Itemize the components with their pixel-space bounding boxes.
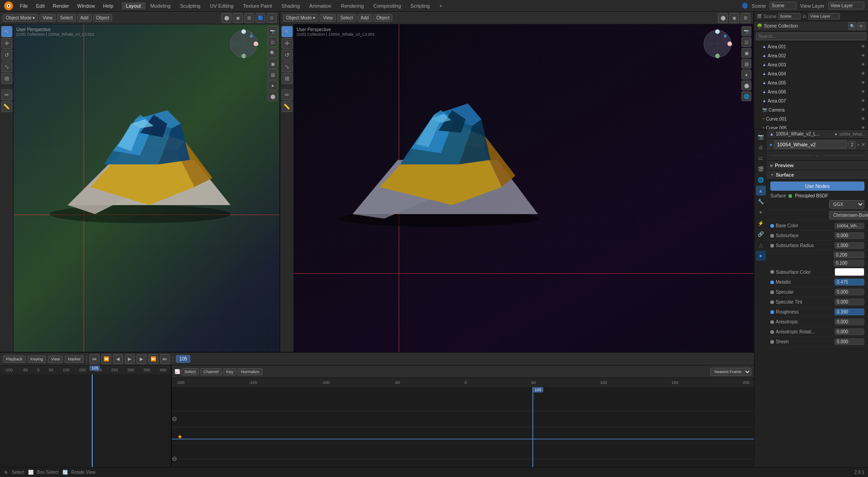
sheen-value[interactable]: 0.000 [835, 338, 864, 345]
tab-layout[interactable]: Layout [122, 2, 146, 9]
nav-widget-right[interactable]: Y X [702, 28, 733, 61]
props-output-btn[interactable]: 🖨 [756, 142, 766, 152]
solid-btn-r[interactable]: ● [741, 70, 751, 80]
tool-rotate[interactable]: ↺ [1, 50, 12, 61]
view-btn-right[interactable]: View [320, 14, 336, 22]
viewport-shading-right[interactable]: ⬤ [718, 13, 728, 23]
props-scene-btn[interactable]: 🎬 [756, 164, 766, 174]
subsurface-value[interactable]: 0.000 [835, 232, 864, 239]
normalize-btn[interactable]: Normalize [238, 368, 263, 375]
scene-input[interactable] [769, 2, 797, 9]
anisotropic-rot-dot[interactable] [770, 330, 774, 334]
tab-rendering[interactable]: Rendering [336, 2, 368, 9]
surface-section-header[interactable]: ▼ Surface [767, 170, 868, 180]
outliner-item-area006[interactable]: ▲ Area.006 👁 [754, 87, 868, 96]
tool-annotate[interactable]: ✏ [1, 89, 12, 100]
props-physics-btn[interactable]: ⚡ [756, 218, 766, 228]
zoom-extent-btn-r[interactable]: ⊡ [741, 37, 751, 47]
solid-btn[interactable]: ● [268, 80, 278, 90]
menu-edit[interactable]: Edit [33, 2, 48, 9]
play-prev-frame[interactable]: ◀ [113, 354, 123, 364]
current-frame-input[interactable]: 105 [176, 355, 190, 363]
outliner-item-camera[interactable]: 📷 Camera 👁 [754, 105, 868, 114]
select-btn-left[interactable]: Select [57, 14, 76, 22]
tab-animation[interactable]: Animation [305, 2, 336, 9]
overlay-right[interactable]: ◉ [729, 13, 739, 23]
use-nodes-btn[interactable]: Use Nodes [770, 182, 864, 191]
marker-dropdown[interactable]: Marker [65, 355, 84, 363]
tool-annotate-r[interactable]: ✏ [282, 89, 292, 100]
tab-uv-editing[interactable]: UV Editing [205, 2, 238, 9]
tab-scripting[interactable]: Scripting [406, 2, 434, 9]
viewport-shading-solid[interactable]: ⬤ [222, 13, 231, 23]
anisotropic-value[interactable]: 0.000 [835, 318, 864, 325]
area007-eye[interactable]: 👁 [861, 98, 865, 103]
view-dropdown[interactable]: View [48, 355, 63, 363]
subsurface-radius-r3-value[interactable]: 0.100 [834, 260, 864, 267]
outliner-item-area004[interactable]: ▲ Area.004 👁 [754, 69, 868, 78]
scene-name-field[interactable] [778, 13, 801, 19]
nav-widget-left[interactable]: Y X Z [228, 28, 259, 61]
roughness-dot[interactable] [770, 310, 774, 314]
anisotropic-dot[interactable] [770, 320, 774, 324]
area004-eye[interactable]: 👁 [861, 71, 865, 76]
material-new-btn[interactable]: + [857, 142, 860, 147]
keying-dropdown[interactable]: Keying [28, 355, 47, 363]
tab-modeling[interactable]: Modeling [146, 2, 175, 9]
preview-section-header[interactable]: ▶ Preview [767, 161, 868, 170]
play-pause-btn[interactable]: ▶ [125, 354, 135, 364]
area002-eye[interactable]: 👁 [861, 53, 865, 58]
tool-transform[interactable]: ⊞ [1, 73, 12, 84]
zoom-extent-btn[interactable]: ⊡ [268, 37, 278, 47]
subsurface-dot[interactable] [770, 234, 774, 238]
key-btn[interactable]: Key [223, 368, 237, 375]
collapse-btn-top[interactable]: ⊖ [172, 415, 177, 422]
viewport-snap-btn[interactable]: 🔵 [255, 13, 265, 23]
wireframe-btn[interactable]: ▧ [268, 70, 278, 80]
outliner-item-curve001[interactable]: ~ Curve.001 👁 [754, 114, 868, 123]
play-end[interactable]: ⏭ [160, 354, 170, 364]
viewport-gizmo-btn[interactable]: ⊞ [244, 13, 254, 23]
outliner-item-area003[interactable]: ▲ Area.003 👁 [754, 60, 868, 69]
material-delete-btn[interactable]: ✕ [861, 142, 865, 148]
menu-window[interactable]: Window [74, 2, 99, 9]
subsurface-color-swatch[interactable] [835, 268, 864, 276]
specular-value[interactable]: 0.000 [835, 289, 864, 295]
props-object-btn[interactable]: ▲ [756, 186, 766, 196]
specular-dot[interactable] [770, 290, 774, 294]
collapse-btn-bottom[interactable]: ⊖ [172, 455, 177, 462]
object-mode-dropdown-right[interactable]: Object Mode ▾ [283, 14, 318, 22]
curve005-eye[interactable]: 👁 [861, 126, 865, 130]
props-world-btn[interactable]: 🌐 [756, 175, 766, 185]
tool-cursor[interactable]: ↖ [1, 26, 12, 37]
area005-eye[interactable]: 👁 [861, 80, 865, 85]
play-next-keyframe[interactable]: ⏩ [148, 354, 158, 364]
local-view-btn[interactable]: 🔍 [268, 48, 278, 58]
subsurface-radius-dot[interactable] [770, 244, 774, 248]
timeline-tracks-left[interactable]: 105 [0, 374, 171, 467]
base-color-dot[interactable] [770, 224, 774, 228]
view-layer-field[interactable] [808, 13, 840, 19]
tab-sculpting[interactable]: Sculpting [175, 2, 205, 9]
subsurface-radius-r2-value[interactable]: 0.200 [834, 252, 864, 258]
playback-dropdown[interactable]: Playback [3, 355, 26, 363]
material-name-input[interactable] [774, 140, 847, 149]
camera-view-btn[interactable]: 📷 [268, 26, 278, 36]
metallic-dot[interactable] [770, 281, 774, 284]
props-constraints-btn[interactable]: 🔗 [756, 229, 766, 239]
play-back-start[interactable]: ⏮ [90, 354, 99, 364]
outliner-filter-btn[interactable]: 🔍 [848, 22, 856, 30]
props-modifier-btn[interactable]: 🔧 [756, 196, 766, 206]
tool-move-r[interactable]: ✛ [282, 38, 292, 49]
outliner-item-area001[interactable]: ▲ Area.001 👁 [754, 42, 868, 51]
nearest-frame-select[interactable]: Nearest Frame [710, 368, 751, 376]
add-btn-right[interactable]: Add [358, 14, 372, 22]
outliner-item-area007[interactable]: ▲ Area.007 👁 [754, 96, 868, 105]
view-layer-input[interactable] [828, 2, 864, 9]
camera-view-btn-r[interactable]: 📷 [741, 26, 751, 36]
select-btn-right[interactable]: Select [337, 14, 356, 22]
distribution-select[interactable]: GGX [829, 200, 864, 209]
menu-file[interactable]: File [16, 2, 32, 9]
camera-eye[interactable]: 👁 [861, 108, 865, 112]
subsurface-color-dot[interactable] [770, 270, 774, 274]
